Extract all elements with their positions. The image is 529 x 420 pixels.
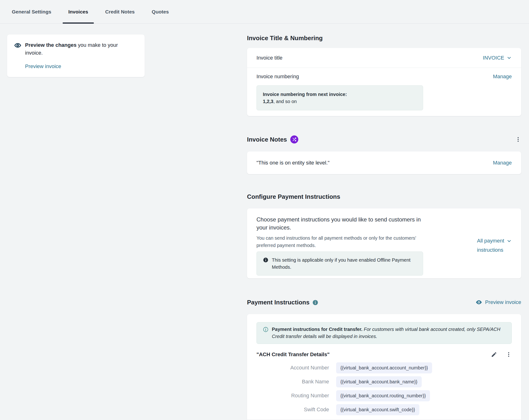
invoice-title-label: Invoice title [256, 55, 282, 61]
chevron-down-icon [506, 238, 512, 244]
section-title-invoice-notes: Invoice Notes [247, 136, 287, 143]
right-column: Invoice Title & Numbering Invoice title … [247, 35, 521, 420]
scope-dropdown-line1: All payment [477, 236, 504, 246]
credit-transfer-banner: Payment instructions for Credit transfer… [256, 322, 512, 344]
field-label: Account Number [256, 365, 329, 371]
invoice-note-text: "This one is on entity site level." [256, 160, 330, 166]
ach-group-header: "ACH Credit Transfer Details" [256, 352, 512, 358]
shuffle-icon [290, 135, 298, 144]
section-title-configure-payment: Configure Payment Instructions [247, 193, 340, 200]
edit-pencil-icon[interactable] [491, 352, 497, 358]
configure-payment-title: Choose payment instructions you would li… [256, 216, 424, 231]
info-icon [263, 257, 268, 263]
field-value-pill: {{virtual_bank_account.swift_code}} [336, 404, 419, 415]
section-title-invoice-title-numbering: Invoice Title & Numbering [247, 35, 521, 42]
tab-credit-notes[interactable]: Credit Notes [100, 0, 140, 23]
scope-dropdown-line2: instructions [477, 247, 503, 253]
field-row-swift-code: Swift Code {{virtual_bank_account.swift_… [256, 404, 512, 415]
field-value-pill: {{virtual_bank_account.account_number}} [336, 362, 432, 373]
payment-instructions-heading-row: Payment Instructions Preview invoice [247, 299, 521, 306]
payment-instructions-card: Payment instructions for Credit transfer… [247, 314, 521, 420]
info-icon [263, 327, 268, 332]
payment-instructions-scope-dropdown[interactable]: All payment instructions [477, 236, 512, 255]
invoice-numbering-label: Invoice numbering [256, 74, 299, 80]
preview-changes-card: Preview the changes you make to your inv… [7, 35, 145, 77]
tab-quotes[interactable]: Quotes [146, 0, 174, 23]
invoice-notes-kebab-menu-icon[interactable] [515, 136, 521, 143]
invoice-title-dropdown[interactable]: INVOICE [483, 55, 512, 61]
field-label: Swift Code [256, 407, 329, 413]
numbering-info-sequence: 1,2,3 [263, 99, 273, 104]
preview-invoice-link-secondary[interactable]: Preview invoice [476, 299, 521, 306]
ach-group-title: "ACH Credit Transfer Details" [256, 352, 330, 358]
preview-invoice-link[interactable]: Preview invoice [25, 63, 61, 69]
left-column: Preview the changes you make to your inv… [7, 35, 145, 77]
field-row-bank-name: Bank Name {{virtual_bank_account.bank_na… [256, 376, 512, 387]
preview-changes-text: Preview the changes you make to your inv… [25, 41, 122, 57]
tab-invoices[interactable]: Invoices [63, 0, 94, 23]
numbering-info-line1: Invoice numbering from next invoice: [263, 91, 417, 98]
manage-numbering-link[interactable]: Manage [493, 74, 512, 80]
chevron-down-icon [506, 55, 512, 61]
configure-payment-heading-row: Configure Payment Instructions [247, 193, 521, 200]
preview-invoice-link-label: Preview invoice [485, 299, 521, 305]
section-title-payment-instructions: Payment Instructions [247, 299, 309, 306]
settings-tabbar: General Settings Invoices Credit Notes Q… [0, 0, 529, 24]
numbering-info-rest: , and so on [273, 99, 297, 104]
invoice-title-value: INVOICE [483, 55, 504, 61]
eye-icon [476, 299, 482, 306]
field-value-pill: {{virtual_bank_account.bank_name}} [336, 376, 422, 387]
field-label: Bank Name [256, 379, 329, 385]
offline-note-box: This setting is applicable only if you h… [256, 251, 423, 276]
preview-changes-bold: Preview the changes [25, 42, 77, 48]
manage-notes-link[interactable]: Manage [493, 160, 512, 166]
offline-note-text: This setting is applicable only if you h… [272, 256, 417, 271]
info-icon[interactable] [312, 300, 318, 306]
configure-payment-card: Choose payment instructions you would li… [247, 209, 521, 278]
configure-payment-subtitle: You can send instructions for all paymen… [256, 235, 424, 249]
field-value-pill: {{virtual_bank_account.routing_number}} [336, 390, 430, 401]
banner-bold-text: Payment instructions for Credit transfer… [272, 327, 362, 332]
numbering-info-box: Invoice numbering from next invoice: 1,2… [256, 85, 423, 110]
ach-kebab-menu-icon[interactable] [506, 352, 512, 358]
field-row-routing-number: Routing Number {{virtual_bank_account.ro… [256, 390, 512, 401]
field-row-account-number: Account Number {{virtual_bank_account.ac… [256, 362, 512, 373]
credit-transfer-banner-text: Payment instructions for Credit transfer… [272, 326, 505, 340]
field-label: Routing Number [256, 393, 329, 399]
eye-icon [14, 42, 21, 49]
page-body: Preview the changes you make to your inv… [0, 24, 529, 420]
invoice-notes-card: "This one is on entity site level." Mana… [247, 152, 521, 174]
ach-fields-list: Account Number {{virtual_bank_account.ac… [256, 362, 512, 415]
invoice-notes-heading-row: Invoice Notes [247, 135, 521, 144]
invoice-title-numbering-card: Invoice title INVOICE Invoice numbering … [247, 48, 521, 116]
tab-general-settings[interactable]: General Settings [6, 0, 57, 23]
